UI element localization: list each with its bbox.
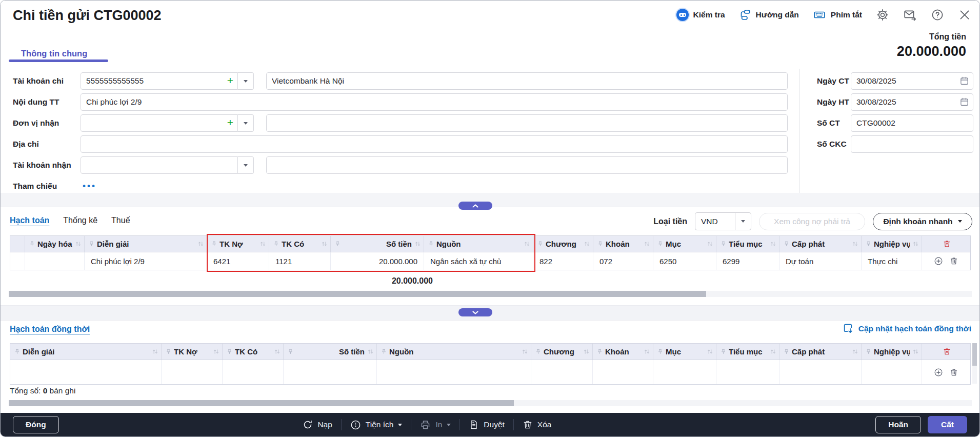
pin-icon[interactable] bbox=[89, 241, 94, 247]
simultaneous-title-link[interactable]: Hạch toán đồng thời bbox=[10, 325, 90, 334]
tham-chieu-more-icon[interactable]: ••• bbox=[83, 177, 96, 195]
grid-cell[interactable] bbox=[284, 360, 377, 384]
grid-cell[interactable]: 6299 bbox=[716, 252, 779, 270]
collapse-grid-button[interactable] bbox=[458, 308, 492, 316]
sort-icon[interactable] bbox=[770, 348, 776, 355]
pin-icon[interactable] bbox=[381, 348, 387, 355]
grid-cell[interactable] bbox=[10, 360, 162, 384]
add-row-icon[interactable] bbox=[934, 256, 943, 266]
column-header[interactable]: Tiểu mục bbox=[716, 344, 779, 360]
grid-cell[interactable] bbox=[377, 360, 531, 384]
update-simultaneous-link[interactable]: Cập nhật hạch toán đồng thời bbox=[843, 323, 971, 334]
pin-icon[interactable] bbox=[784, 348, 789, 355]
grid-data-row[interactable]: Chi phúc lợi 2/96421112120.000.000Ngân s… bbox=[10, 252, 970, 270]
pin-icon[interactable] bbox=[273, 241, 279, 247]
sort-icon[interactable] bbox=[583, 348, 590, 355]
sort-icon[interactable] bbox=[852, 348, 858, 355]
scrollbar-thumb[interactable] bbox=[972, 343, 977, 366]
column-header[interactable]: Khoản bbox=[593, 236, 653, 252]
column-header[interactable]: Diễn giải bbox=[10, 344, 162, 360]
mail-forward-icon[interactable] bbox=[903, 8, 917, 22]
pin-icon[interactable] bbox=[866, 348, 871, 355]
tai-khoan-nhan-name-input[interactable] bbox=[266, 156, 788, 174]
tab-thue[interactable]: Thuế bbox=[111, 216, 130, 226]
column-header[interactable]: TK Nợ bbox=[162, 344, 223, 360]
help-icon[interactable] bbox=[931, 8, 944, 22]
column-header[interactable]: Chương bbox=[531, 344, 593, 360]
grid-cell[interactable] bbox=[862, 360, 922, 384]
quick-entry-button[interactable]: Định khoản nhanh bbox=[873, 213, 972, 230]
column-header[interactable]: Chương bbox=[533, 236, 593, 252]
currency-dropdown-button[interactable] bbox=[735, 213, 751, 230]
column-header[interactable]: Nguồn bbox=[424, 236, 533, 252]
tai-khoan-nhan-input[interactable] bbox=[81, 156, 238, 174]
bank-name-input[interactable] bbox=[266, 72, 788, 90]
sort-icon[interactable] bbox=[75, 241, 82, 247]
grid-data-row[interactable] bbox=[10, 360, 970, 384]
delete-all-icon[interactable] bbox=[943, 347, 951, 356]
close-icon[interactable] bbox=[958, 8, 971, 22]
close-button[interactable]: Đóng bbox=[13, 416, 59, 433]
column-header[interactable]: Cấp phát bbox=[779, 344, 862, 360]
vertical-scrollbar[interactable] bbox=[972, 343, 977, 384]
settings-gear-icon[interactable] bbox=[876, 8, 889, 22]
pin-icon[interactable] bbox=[211, 241, 217, 247]
column-header[interactable]: Mục bbox=[653, 236, 716, 252]
actions-column-header[interactable] bbox=[922, 344, 970, 360]
ngay-ct-input[interactable] bbox=[851, 72, 973, 90]
column-header[interactable]: TK Có bbox=[269, 236, 331, 252]
sort-icon[interactable] bbox=[644, 241, 650, 247]
horizontal-scrollbar[interactable] bbox=[9, 291, 972, 297]
pin-icon[interactable] bbox=[535, 348, 541, 355]
print-button[interactable]: In bbox=[420, 420, 451, 430]
scrollbar-thumb[interactable] bbox=[9, 400, 514, 406]
pin-icon[interactable] bbox=[657, 241, 663, 247]
column-header[interactable]: Nghiệp vụ bbox=[862, 344, 922, 360]
pin-icon[interactable] bbox=[537, 241, 543, 247]
pin-icon[interactable] bbox=[288, 348, 293, 355]
sort-icon[interactable] bbox=[770, 241, 776, 247]
don-vi-nhan-input[interactable] bbox=[81, 114, 238, 132]
grid-cell[interactable]: Chi phúc lợi 2/9 bbox=[85, 252, 207, 270]
sort-icon[interactable] bbox=[912, 348, 919, 355]
grid-cell[interactable] bbox=[531, 360, 593, 384]
pin-icon[interactable] bbox=[866, 241, 871, 247]
utilities-button[interactable]: Tiện ích bbox=[350, 420, 403, 430]
collapse-form-button[interactable] bbox=[458, 202, 492, 210]
sort-icon[interactable] bbox=[584, 241, 590, 247]
pin-icon[interactable] bbox=[227, 348, 232, 355]
column-header[interactable]: Diễn giải bbox=[85, 236, 207, 252]
pin-icon[interactable] bbox=[721, 241, 726, 247]
pin-icon[interactable] bbox=[335, 241, 341, 247]
sort-icon[interactable] bbox=[912, 241, 919, 247]
sort-icon[interactable] bbox=[152, 348, 158, 355]
column-header[interactable]: TK Nợ bbox=[207, 236, 269, 252]
reload-button[interactable]: Nạp bbox=[303, 420, 332, 430]
sort-icon[interactable] bbox=[213, 348, 219, 355]
pin-icon[interactable] bbox=[597, 348, 603, 355]
dia-chi-input[interactable] bbox=[81, 135, 788, 153]
noi-dung-tt-input[interactable] bbox=[81, 93, 788, 111]
sort-icon[interactable] bbox=[707, 241, 713, 247]
calendar-icon[interactable] bbox=[959, 76, 969, 86]
sort-icon[interactable] bbox=[524, 241, 530, 247]
grid-cell[interactable] bbox=[593, 360, 653, 384]
grid-cell[interactable]: Thực chi bbox=[862, 252, 922, 270]
sort-icon[interactable] bbox=[367, 348, 374, 355]
sort-icon[interactable] bbox=[707, 348, 713, 355]
column-header[interactable]: Tiểu mục bbox=[716, 236, 779, 252]
pin-icon[interactable] bbox=[29, 241, 35, 247]
column-header[interactable]: Khoản bbox=[593, 344, 653, 360]
sort-icon[interactable] bbox=[321, 241, 328, 247]
scrollbar-thumb[interactable] bbox=[9, 291, 706, 297]
approve-button[interactable]: Duyệt bbox=[469, 420, 505, 430]
tai-khoan-chi-dropdown-button[interactable] bbox=[238, 72, 254, 90]
postpone-button[interactable]: Hoãn bbox=[875, 416, 921, 433]
grid-cell[interactable] bbox=[779, 360, 862, 384]
save-button[interactable]: Cất bbox=[928, 416, 967, 433]
ngay-ht-input[interactable] bbox=[851, 93, 973, 111]
calendar-icon[interactable] bbox=[959, 97, 969, 107]
grid-cell[interactable]: 1121 bbox=[269, 252, 331, 270]
sort-icon[interactable] bbox=[274, 348, 281, 355]
grid-cell[interactable]: 6250 bbox=[653, 252, 716, 270]
